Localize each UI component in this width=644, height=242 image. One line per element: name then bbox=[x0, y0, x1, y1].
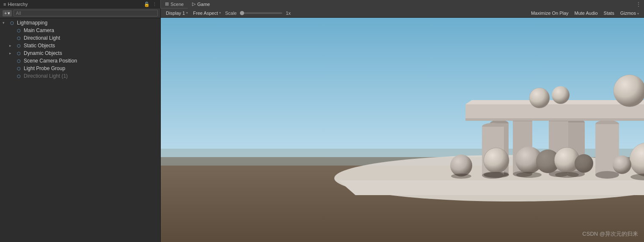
scale-value: 1x bbox=[286, 11, 291, 16]
item-icon: ⬡ bbox=[15, 50, 22, 57]
gizmos-button[interactable]: Gizmos ▾ bbox=[618, 10, 641, 16]
scene-svg bbox=[161, 18, 644, 242]
hierarchy-item-light-probe-group[interactable]: ⬡Light Probe Group bbox=[0, 65, 160, 72]
svg-point-32 bbox=[484, 148, 509, 173]
svg-rect-23 bbox=[465, 104, 644, 119]
scene-tab-label: Scene bbox=[171, 2, 184, 7]
scale-slider-thumb bbox=[240, 11, 244, 15]
mute-label: Mute Audio bbox=[575, 11, 598, 16]
item-label: Directional Light (1) bbox=[24, 73, 68, 79]
expand-arrow[interactable]: ▸ bbox=[9, 51, 15, 55]
gizmos-dropdown-icon: ▾ bbox=[637, 12, 639, 16]
aspect-label: Free Aspect bbox=[193, 11, 218, 16]
add-button[interactable]: + ▾ bbox=[3, 10, 12, 16]
game-toolbar: Display 1 ▾ Free Aspect ▾ Scale 1x Maxim… bbox=[161, 8, 644, 18]
svg-point-28 bbox=[552, 86, 570, 104]
item-icon: ⬡ bbox=[15, 27, 22, 34]
add-icon: + bbox=[4, 11, 7, 16]
display-label: Display 1 bbox=[166, 11, 185, 16]
search-input[interactable] bbox=[14, 10, 158, 16]
svg-point-46 bbox=[555, 172, 579, 178]
hierarchy-list: ▾⬡Lightmapping⬡Main Camera⬡Directional L… bbox=[0, 18, 160, 242]
stats-button[interactable]: Stats bbox=[601, 10, 617, 16]
hierarchy-menu-icon[interactable]: ⋮ bbox=[152, 2, 157, 7]
display-button[interactable]: Display 1 ▾ bbox=[163, 10, 190, 16]
hierarchy-toolbar: + ▾ bbox=[0, 8, 160, 18]
hierarchy-item-dynamic-objects[interactable]: ▸⬡Dynamic Objects bbox=[0, 49, 160, 57]
game-tab[interactable]: ▷ Game bbox=[188, 0, 214, 8]
maximize-on-play-button[interactable]: Maximize On Play bbox=[528, 10, 571, 16]
hierarchy-item-scene-camera-position[interactable]: ⬡Scene Camera Position bbox=[0, 57, 160, 65]
scene-tab[interactable]: ⊞ Scene bbox=[161, 0, 188, 8]
item-icon: ⬡ bbox=[15, 35, 22, 41]
hierarchy-tab-label: Hierarchy bbox=[8, 2, 28, 7]
expand-arrow[interactable]: ▸ bbox=[9, 44, 15, 48]
hierarchy-item-directional-light-1[interactable]: ⬡Directional Light (1) bbox=[0, 72, 160, 80]
svg-point-43 bbox=[613, 155, 631, 174]
item-icon: ⬡ bbox=[8, 19, 15, 26]
gizmos-label: Gizmos bbox=[620, 11, 636, 16]
toolbar-right: Maximize On Play Mute Audio Stats Gizmos… bbox=[528, 10, 641, 16]
item-label: Dynamic Objects bbox=[24, 50, 62, 56]
game-tab-icon: ▷ bbox=[192, 1, 195, 7]
item-label: Light Probe Group bbox=[24, 65, 65, 71]
aspect-dropdown-icon: ▾ bbox=[219, 11, 221, 15]
item-icon: ⬡ bbox=[15, 42, 22, 49]
item-label: Lightmapping bbox=[17, 20, 47, 26]
svg-point-31 bbox=[450, 155, 472, 177]
item-label: Directional Light bbox=[24, 35, 60, 41]
scene-tab-icon: ⊞ bbox=[165, 1, 169, 7]
item-icon: ⬡ bbox=[15, 73, 22, 79]
hierarchy-panel: + ▾ ▾⬡Lightmapping⬡Main Camera⬡Direction… bbox=[0, 8, 161, 242]
hierarchy-item-static-objects[interactable]: ▸⬡Static Objects bbox=[0, 42, 160, 49]
item-icon: ⬡ bbox=[15, 57, 22, 64]
add-dropdown-icon: ▾ bbox=[8, 11, 10, 16]
item-label: Main Camera bbox=[24, 27, 54, 33]
svg-marker-4 bbox=[339, 180, 644, 195]
svg-point-45 bbox=[516, 172, 542, 178]
hierarchy-tab[interactable]: ≡ Hierarchy 🔓 ⋮ bbox=[0, 0, 161, 8]
scale-slider[interactable] bbox=[240, 12, 282, 14]
hierarchy-item-directional-light[interactable]: ⬡Directional Light bbox=[0, 34, 160, 42]
hierarchy-item-lightmapping[interactable]: ▾⬡Lightmapping bbox=[0, 19, 160, 27]
game-viewport: CSDN @异次元的归来 bbox=[161, 18, 644, 242]
item-label: Static Objects bbox=[24, 43, 55, 49]
stats-label: Stats bbox=[604, 11, 614, 16]
scale-label: Scale bbox=[225, 11, 237, 16]
aspect-button[interactable]: Free Aspect ▾ bbox=[190, 10, 223, 16]
expand-arrow[interactable]: ▾ bbox=[3, 21, 8, 25]
item-label: Scene Camera Position bbox=[24, 58, 77, 64]
panels-more-icon[interactable]: ⋮ bbox=[636, 1, 641, 8]
tabs-right: ⊞ Scene ▷ Game ⋮ bbox=[161, 0, 644, 8]
main-layout: + ▾ ▾⬡Lightmapping⬡Main Camera⬡Direction… bbox=[0, 8, 644, 242]
display-dropdown-icon: ▾ bbox=[186, 11, 188, 15]
item-icon: ⬡ bbox=[15, 65, 22, 72]
svg-point-22 bbox=[595, 171, 619, 179]
game-tab-label: Game bbox=[197, 2, 210, 7]
svg-point-40 bbox=[575, 154, 593, 173]
mute-audio-button[interactable]: Mute Audio bbox=[572, 10, 600, 16]
svg-rect-25 bbox=[465, 118, 644, 121]
hierarchy-tab-icon: ≡ bbox=[3, 2, 6, 7]
watermark: CSDN @异次元的归来 bbox=[582, 230, 638, 238]
svg-point-44 bbox=[484, 172, 509, 178]
hierarchy-item-main-camera[interactable]: ⬡Main Camera bbox=[0, 27, 160, 34]
maximize-label: Maximize On Play bbox=[531, 11, 569, 16]
svg-point-48 bbox=[451, 174, 471, 179]
game-panel: Display 1 ▾ Free Aspect ▾ Scale 1x Maxim… bbox=[161, 8, 644, 242]
hierarchy-lock-icon[interactable]: 🔓 bbox=[144, 2, 150, 7]
top-tab-bar: ≡ Hierarchy 🔓 ⋮ ⊞ Scene ▷ Game ⋮ bbox=[0, 0, 644, 8]
